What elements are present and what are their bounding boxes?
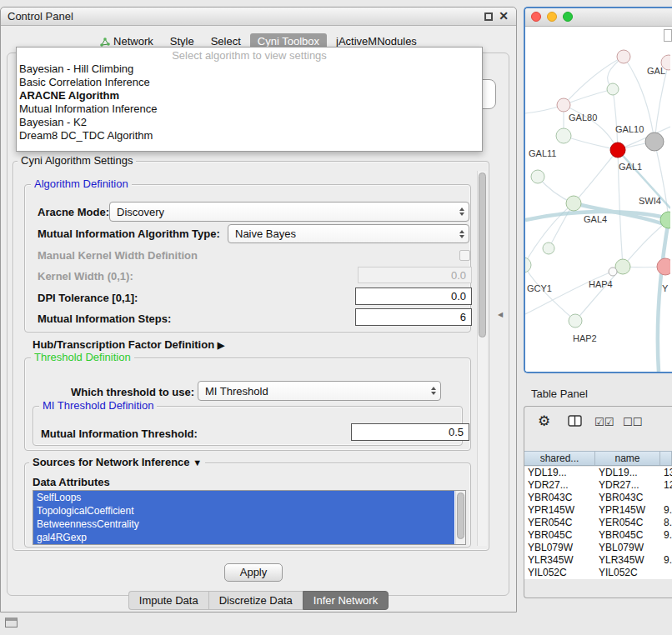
network-canvas[interactable]: GAL GAL80 GAL10 GAL11 GAL1 SWI4 GAL4 GCY…	[525, 27, 672, 372]
column-header-cut[interactable]	[660, 452, 672, 465]
table-row[interactable]: YER054C YER054C 8.	[524, 517, 672, 529]
tab-impute-data[interactable]: Impute Data	[128, 591, 208, 610]
network-node[interactable]	[607, 83, 619, 95]
zoom-button[interactable]	[563, 12, 573, 22]
minimize-button[interactable]	[547, 12, 557, 22]
table-cell[interactable]: YPR145W	[524, 504, 595, 517]
table-cell[interactable]: YBL079W	[524, 542, 595, 554]
list-item[interactable]: TopologicalCoefficient	[33, 504, 454, 518]
network-node[interactable]	[525, 258, 531, 272]
minimized-panel-icon[interactable]	[5, 618, 18, 628]
table-cell[interactable]: 9.	[660, 529, 672, 542]
network-scrollbar-corner[interactable]	[664, 29, 672, 42]
settings-scrollbar-thumb[interactable]	[479, 172, 486, 338]
table-cell[interactable]: YDL19...	[595, 467, 660, 479]
node-label: GAL	[647, 66, 665, 76]
table-cell[interactable]: YPR145W	[595, 504, 660, 517]
table-cell[interactable]: YER054C	[595, 517, 660, 529]
network-graph[interactable]: GAL GAL80 GAL10 GAL11 GAL1 SWI4 GAL4 GCY…	[525, 27, 670, 373]
table-cell[interactable]: 9.	[660, 504, 672, 517]
attributes-scrollbar[interactable]	[455, 491, 465, 544]
deselect-all-checkboxes-icon[interactable]: ☐☐	[623, 416, 642, 428]
table-row[interactable]: YDR27... YDR27... 12	[524, 479, 672, 492]
mi-steps-input[interactable]: 6	[355, 308, 472, 326]
table-cell[interactable]: YBR043C	[595, 492, 660, 504]
table-cell[interactable]: YER054C	[524, 517, 595, 529]
popup-item[interactable]: Dream8 DC_TDC Algorithm	[17, 129, 482, 142]
close-icon[interactable]: ✕	[499, 9, 509, 22]
splitter-collapse-icon[interactable]: ◀	[498, 311, 503, 318]
table-row[interactable]: YIL052C YIL052C	[524, 567, 672, 579]
which-threshold-select[interactable]: MI Threshold	[198, 381, 441, 401]
network-node[interactable]	[569, 314, 582, 328]
table-row[interactable]: YBR045C YBR045C 9.	[524, 529, 672, 542]
network-window-titlebar[interactable]	[525, 8, 672, 27]
list-item[interactable]: gal4RGexp	[33, 531, 454, 544]
table-cell[interactable]: YBL079W	[595, 542, 660, 554]
table-row[interactable]: YPR145W YPR145W 9.	[524, 504, 672, 517]
table-cell[interactable]: 8.	[660, 517, 672, 529]
network-node[interactable]	[531, 170, 544, 183]
list-item[interactable]: SelfLoops	[33, 491, 454, 504]
table-row[interactable]: YDL19... YDL19... 13	[524, 467, 672, 479]
list-item[interactable]: BetweennessCentrality	[33, 518, 454, 531]
network-node[interactable]	[657, 258, 670, 275]
sources-section-toggle[interactable]: Sources for Network Inference ▼	[29, 457, 205, 468]
network-node[interactable]	[556, 128, 571, 143]
popup-item[interactable]: Bayesian - Hill Climbing	[17, 62, 482, 76]
table-cell[interactable]: YDL19...	[524, 467, 595, 479]
column-header-name[interactable]: name	[595, 452, 660, 465]
apply-button[interactable]: Apply	[224, 563, 283, 582]
network-node[interactable]	[615, 259, 630, 274]
table-row[interactable]: YBL079W YBL079W	[524, 542, 672, 554]
table-cell[interactable]: 12	[660, 479, 672, 492]
network-node[interactable]	[557, 98, 570, 112]
node-label: GCY1	[527, 283, 552, 293]
network-node[interactable]	[609, 268, 617, 276]
mi-algorithm-type-select[interactable]: Naive Bayes	[228, 224, 469, 243]
network-node[interactable]	[566, 196, 581, 211]
network-node[interactable]	[617, 50, 630, 63]
network-node[interactable]	[543, 242, 554, 254]
hub-section-toggle[interactable]: Hub/Transcription Factor Definition ▶	[33, 338, 224, 352]
column-header-shared-name[interactable]: shared...	[524, 452, 595, 465]
table-cell[interactable]: YIL052C	[524, 567, 595, 579]
popup-item-selected[interactable]: ARACNE Algorithm	[17, 89, 482, 102]
table-panel-window: ⚙ ☑☑ ☐☐ shared... name YDL19... YDL19...…	[524, 406, 672, 598]
mi-threshold-input[interactable]: 0.5	[351, 423, 469, 441]
table-cell[interactable]: 13	[660, 467, 672, 479]
table-cell[interactable]: YIL052C	[595, 567, 660, 579]
gear-icon[interactable]: ⚙	[538, 412, 550, 430]
table-cell[interactable]	[660, 492, 672, 504]
network-node[interactable]	[645, 132, 664, 151]
attributes-scrollbar-thumb[interactable]	[457, 492, 464, 539]
table-cell[interactable]: YBR045C	[524, 529, 595, 542]
which-threshold-value: MI Threshold	[205, 385, 268, 398]
tab-infer-network[interactable]: Infer Network	[303, 591, 389, 610]
float-window-button[interactable]	[484, 12, 493, 21]
tab-discretize-data[interactable]: Discretize Data	[208, 591, 303, 610]
select-all-checkboxes-icon[interactable]: ☑☑	[594, 416, 614, 428]
popup-item[interactable]: Basic Correlation Inference	[17, 76, 482, 89]
dpi-tolerance-input[interactable]: 0.0	[355, 288, 472, 305]
table-row[interactable]: YLR345W YLR345W 9.	[524, 554, 672, 567]
table-row[interactable]: YBR043C YBR043C	[524, 492, 672, 504]
mi-algorithm-type-label: Mutual Information Algorithm Type:	[38, 228, 220, 240]
columns-icon[interactable]	[568, 415, 582, 427]
table-cell[interactable]: 9.	[660, 554, 672, 567]
table-cell[interactable]: YDR27...	[524, 479, 595, 492]
popup-item[interactable]: Mutual Information Inference	[17, 102, 482, 116]
settings-scrollbar[interactable]	[477, 171, 487, 546]
control-panel-titlebar[interactable]: Control Panel ✕	[1, 8, 516, 26]
table-cell[interactable]: YBR045C	[595, 529, 660, 542]
table-cell[interactable]: YBR043C	[524, 492, 595, 504]
table-cell[interactable]: YDR27...	[595, 479, 660, 492]
close-button[interactable]	[531, 12, 541, 22]
table-cell[interactable]	[660, 567, 672, 579]
table-cell[interactable]: YLR345W	[524, 554, 595, 567]
network-node-selected[interactable]	[610, 142, 625, 158]
table-cell[interactable]: YLR345W	[595, 554, 660, 567]
aracne-mode-select[interactable]: Discovery	[109, 202, 469, 222]
table-cell[interactable]	[660, 542, 672, 554]
popup-item[interactable]: Bayesian - K2	[17, 116, 482, 129]
